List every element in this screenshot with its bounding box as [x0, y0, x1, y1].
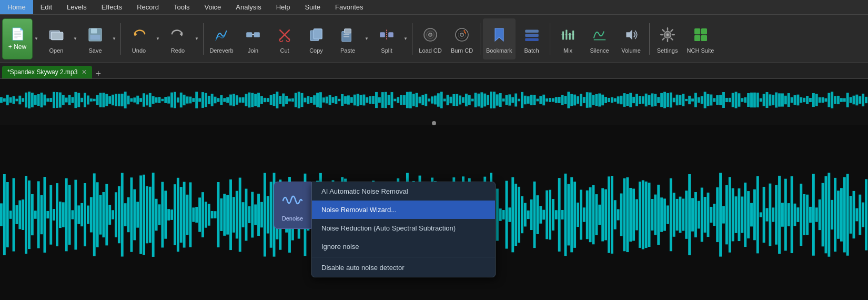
redo-dropdown-arrow[interactable]: ▼ [193, 18, 200, 59]
svg-rect-573 [738, 188, 741, 241]
menu-analysis[interactable]: Analysis [228, 0, 268, 14]
cut-button[interactable]: Cut [269, 18, 300, 59]
svg-rect-103 [152, 96, 155, 104]
menu-item-disable-detector[interactable]: Disable auto noise detector [312, 258, 495, 277]
svg-rect-221 [518, 99, 520, 102]
svg-rect-199 [449, 97, 452, 103]
svg-rect-417 [254, 204, 257, 225]
svg-rect-31 [562, 31, 563, 39]
svg-rect-396 [189, 182, 191, 247]
svg-rect-56 [6, 95, 9, 105]
svg-rect-64 [31, 93, 34, 107]
settings-button[interactable]: Settings [652, 18, 683, 59]
menu-favorites[interactable]: Favorites [328, 0, 370, 14]
svg-rect-558 [691, 198, 694, 231]
waveform-overview[interactable] [0, 79, 868, 121]
save-button[interactable]: Save [80, 18, 110, 59]
menu-tools[interactable]: Tools [166, 0, 197, 14]
save-dropdown-arrow[interactable]: ▼ [110, 18, 118, 59]
nch-suite-button-label: NCH Suite [687, 47, 714, 54]
svg-rect-252 [614, 98, 617, 102]
waveform-container: Denoise AI Automatic Noise Removal Noise… [0, 79, 868, 300]
redo-button[interactable]: Redo [163, 18, 193, 59]
silence-button[interactable]: Silence [584, 18, 615, 59]
waveform-divider-handle[interactable] [432, 121, 436, 125]
svg-rect-357 [68, 185, 71, 245]
open-dropdown-arrow[interactable]: ▼ [72, 18, 79, 59]
open-button[interactable]: Open [41, 18, 72, 59]
dereverb-button[interactable]: Dereverb [206, 18, 237, 59]
join-button[interactable]: Join [238, 18, 268, 59]
svg-rect-75 [65, 97, 68, 102]
svg-rect-229 [542, 95, 545, 106]
tab-close-button[interactable]: ✕ [82, 68, 87, 76]
svg-rect-501 [514, 184, 517, 246]
svg-rect-215 [499, 93, 502, 107]
svg-rect-285 [716, 95, 719, 105]
new-dropdown-arrow[interactable]: ▼ [33, 18, 40, 59]
volume-button[interactable]: Volume [616, 18, 647, 59]
tab-add-button[interactable]: + [95, 69, 101, 78]
menu-levels[interactable]: Levels [59, 0, 94, 14]
new-button[interactable]: 📄 + New [2, 18, 33, 59]
undo-button[interactable]: Undo [124, 18, 154, 59]
menu-item-ai-noise[interactable]: AI Automatic Noise Removal [312, 182, 495, 201]
svg-rect-560 [698, 201, 700, 229]
mix-button[interactable]: Mix [553, 18, 583, 59]
svg-rect-145 [282, 94, 285, 107]
paste-button[interactable]: Paste [332, 18, 363, 59]
svg-rect-324 [837, 96, 840, 104]
open-button-label: Open [49, 47, 64, 54]
svg-rect-498 [506, 181, 508, 248]
svg-rect-519 [570, 177, 573, 253]
dereverb-icon [211, 24, 232, 45]
svg-rect-126 [223, 98, 226, 102]
svg-rect-301 [766, 92, 769, 108]
svg-rect-331 [859, 96, 861, 104]
menu-help[interactable]: Help [269, 0, 298, 14]
svg-rect-330 [855, 95, 858, 106]
svg-rect-81 [84, 93, 86, 107]
svg-rect-326 [843, 98, 846, 102]
menu-item-noise-wizard[interactable]: Noise Removal Wizard... [312, 201, 495, 219]
menu-suite[interactable]: Suite [297, 0, 328, 14]
svg-rect-577 [750, 203, 753, 227]
svg-rect-309 [791, 97, 793, 103]
svg-rect-580 [760, 212, 762, 217]
svg-rect-379 [136, 202, 139, 227]
svg-rect-63 [28, 92, 31, 108]
svg-rect-261 [642, 96, 644, 104]
svg-rect-276 [688, 96, 691, 104]
menu-item-ignore-noise[interactable]: Ignore noise [312, 237, 495, 256]
svg-rect-116 [192, 98, 195, 102]
svg-rect-118 [198, 98, 201, 102]
menu-item-noise-reduction[interactable]: Noise Reduction (Auto Spectral Subtracti… [312, 219, 495, 237]
split-dropdown-arrow[interactable]: ▼ [402, 18, 409, 59]
svg-rect-362 [84, 183, 86, 246]
undo-dropdown-arrow[interactable]: ▼ [154, 18, 162, 59]
copy-button[interactable]: Copy [301, 18, 331, 59]
svg-rect-545 [651, 199, 654, 231]
burn-cd-button[interactable]: Burn CD [447, 18, 477, 59]
split-button[interactable]: Split [371, 18, 402, 59]
nch-suite-button[interactable]: NCH Suite [684, 18, 718, 59]
svg-rect-359 [74, 180, 77, 250]
menu-effects[interactable]: Effects [94, 0, 130, 14]
load-cd-button[interactable]: Load CD [415, 18, 446, 59]
menu-record[interactable]: Record [129, 0, 166, 14]
menu-edit[interactable]: Edit [33, 0, 59, 14]
svg-rect-194 [434, 96, 437, 105]
svg-rect-317 [815, 94, 818, 106]
svg-rect-354 [59, 202, 62, 228]
svg-rect-602 [827, 173, 830, 256]
bookmark-button[interactable]: Bookmark [483, 18, 516, 59]
svg-rect-175 [375, 92, 378, 108]
batch-button[interactable]: Batch [517, 18, 547, 59]
svg-rect-611 [855, 208, 858, 222]
paste-dropdown-arrow[interactable]: ▼ [363, 18, 370, 59]
svg-rect-377 [130, 177, 133, 252]
svg-line-44 [662, 29, 664, 31]
menu-voice[interactable]: Voice [197, 0, 228, 14]
audio-tab[interactable]: *Spandex Skyway 2.mp3 ✕ [2, 66, 92, 78]
menu-home[interactable]: Home [0, 0, 33, 14]
